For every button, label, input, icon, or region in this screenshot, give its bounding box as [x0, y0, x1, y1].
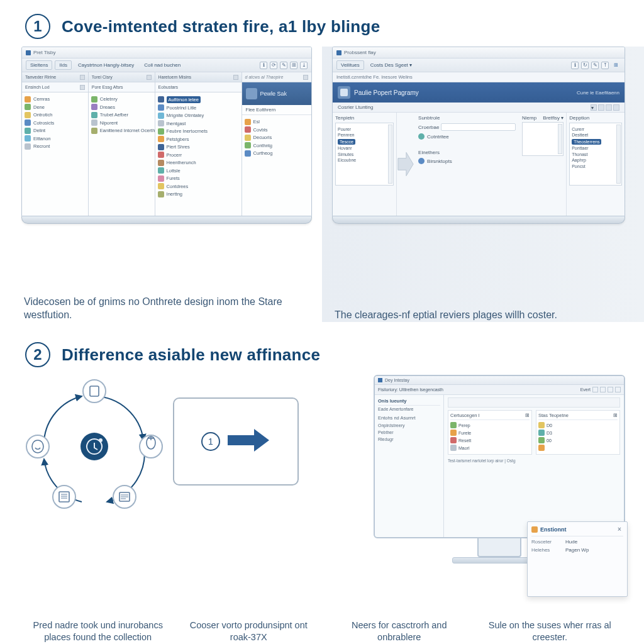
list-item[interactable]: Esl — [245, 119, 309, 125]
refresh-icon[interactable]: ⟳ — [270, 62, 277, 69]
list-item[interactable]: Eanittened Intcrnet Ocerther otern — [91, 128, 152, 134]
panel-toggle-icon[interactable] — [80, 75, 85, 80]
list-item[interactable]: Eicoubne — [338, 158, 391, 162]
view-btn-icon[interactable] — [598, 104, 604, 111]
sidebar-item[interactable]: Rledugr — [378, 436, 440, 443]
list-item[interactable]: Lottsle — [158, 167, 239, 174]
list-item[interactable]: Piert Shres — [158, 144, 239, 150]
list-item[interactable]: Ontrotich — [25, 112, 86, 118]
sidebar-item[interactable]: Eade Amertonfare — [378, 406, 440, 413]
tool-icon[interactable] — [608, 387, 613, 392]
list-item[interactable]: Dene — [25, 104, 86, 110]
list-item[interactable]: Theosterrens — [572, 139, 619, 145]
scrollbar[interactable] — [558, 124, 562, 154]
sidebar-item[interactable]: Pebther — [378, 429, 440, 436]
item-label: Contdrees — [167, 184, 189, 189]
list-item[interactable]: Covbls — [245, 126, 309, 133]
upload-icon[interactable]: ⤒ — [601, 62, 609, 69]
panel-toggle-icon[interactable] — [233, 75, 238, 80]
list-item[interactable]: Ponttaer — [572, 146, 619, 150]
list-item[interactable]: Curerr — [572, 127, 619, 131]
view-btn-icon[interactable] — [606, 104, 612, 111]
scrollbar[interactable] — [616, 125, 621, 184]
list-item[interactable]: Tescce — [338, 139, 391, 145]
list-item[interactable]: Contdrees — [158, 183, 239, 189]
list-item[interactable]: 00 — [538, 437, 618, 443]
radio-icon[interactable] — [418, 133, 425, 140]
list-item[interactable]: Cotrosicts — [25, 119, 86, 126]
list-item[interactable]: Decuoris — [245, 135, 309, 141]
list-item[interactable]: Aaphrp — [572, 158, 619, 162]
list-item[interactable]: Recront — [25, 143, 86, 150]
edit-icon[interactable]: ✎ — [280, 62, 287, 69]
toolbar-btn[interactable]: Veilitues — [336, 60, 364, 70]
info-icon[interactable]: ℹ — [260, 62, 267, 69]
view-btn-icon[interactable]: ▾ — [591, 104, 597, 111]
toolbar-link[interactable]: ⊞ — [611, 62, 621, 69]
radio-icon[interactable] — [418, 158, 425, 164]
tool-icon[interactable] — [600, 387, 606, 392]
list-item[interactable]: Dreaes — [91, 104, 152, 110]
expand-icon[interactable]: ⊞ — [613, 413, 618, 418]
list-item[interactable]: Poncst — [572, 164, 619, 169]
panel-toggle-icon[interactable] — [80, 85, 85, 90]
edit-icon[interactable]: ✎ — [591, 62, 599, 69]
item-label: Piert Shres — [167, 144, 190, 150]
grid-icon[interactable]: ⊞ — [290, 62, 297, 69]
tool-icon[interactable] — [615, 387, 621, 392]
list-item[interactable]: Pourer — [338, 127, 391, 131]
list-item[interactable]: Pennren — [338, 133, 391, 137]
toolbar-btn[interactable]: Sieltens — [26, 60, 52, 70]
list-item[interactable]: Hovanr — [338, 146, 391, 150]
item-icon — [158, 175, 164, 182]
view-btn-icon[interactable] — [613, 104, 619, 111]
list-item[interactable]: Celetnry — [91, 96, 152, 103]
expand-icon[interactable]: ⊞ — [525, 413, 530, 418]
scrollbar[interactable] — [388, 125, 392, 184]
list-item[interactable]: Maorl — [450, 445, 530, 451]
refresh-icon[interactable]: ↻ — [581, 62, 589, 69]
list-item[interactable]: Ihentgast — [158, 120, 239, 126]
close-icon[interactable]: × — [616, 526, 623, 533]
list-item[interactable]: Trubet Aefber — [91, 112, 152, 118]
list-item[interactable]: Thonast — [572, 152, 619, 157]
list-item[interactable]: Furete — [450, 430, 530, 436]
list-item[interactable]: Heentherunch — [158, 160, 239, 166]
list-item[interactable]: Procerr — [158, 152, 239, 158]
list-item-selected[interactable]: Aufitrnon letee — [158, 96, 239, 103]
list-item[interactable]: Mrignite Otrntatey — [158, 113, 239, 119]
list-item[interactable]: Perep — [450, 422, 530, 428]
list-item[interactable]: Resett — [450, 437, 530, 443]
sidebar-item[interactable]: Onplrdstreery — [378, 422, 440, 429]
list-item[interactable]: Eittanon — [25, 135, 86, 142]
list-item[interactable]: Petstgbers — [158, 136, 239, 142]
list-item[interactable]: Conthntg — [245, 142, 309, 148]
info-icon[interactable]: ℹ — [571, 62, 579, 69]
list-item[interactable]: Destteet — [572, 133, 619, 137]
banner-action[interactable]: Cune ie Eaefitaenn — [577, 90, 619, 96]
list-item[interactable]: Niporent — [91, 119, 152, 126]
list-item[interactable]: Inerttng — [158, 191, 239, 197]
filter-bar[interactable] — [448, 397, 620, 408]
text-input[interactable] — [441, 123, 516, 131]
toolbar-dropdown[interactable]: Costs Des Sgeet ▾ — [367, 61, 416, 69]
list-item[interactable]: Delint — [25, 128, 86, 134]
download-icon[interactable]: ⤓ — [300, 62, 308, 69]
sidebar-item[interactable]: Entohs nd Asurnrt — [378, 414, 440, 422]
list-item[interactable]: Feubre Inertocrnets — [158, 128, 239, 135]
list-item[interactable]: Simutes — [338, 152, 391, 157]
item-icon — [158, 104, 164, 111]
field-label: Birsnktopts — [427, 158, 452, 164]
toolbar-btn[interactable]: Ilds — [55, 60, 71, 70]
list-item[interactable]: Poostrind Litle — [158, 104, 239, 111]
list-item[interactable]: D3 — [538, 430, 618, 436]
list-item[interactable]: Curtheog — [245, 150, 309, 157]
list-item[interactable]: Cemras — [25, 96, 86, 103]
list-item[interactable] — [538, 445, 618, 451]
list-item[interactable]: Furets — [158, 175, 239, 182]
panel-toggle-icon[interactable] — [303, 75, 308, 80]
list-item[interactable]: D0 — [538, 422, 618, 428]
dropdown-chip[interactable]: Bretfisy ▾ — [543, 115, 564, 121]
tool-icon[interactable] — [592, 387, 598, 392]
panel-toggle-icon[interactable] — [147, 75, 152, 80]
